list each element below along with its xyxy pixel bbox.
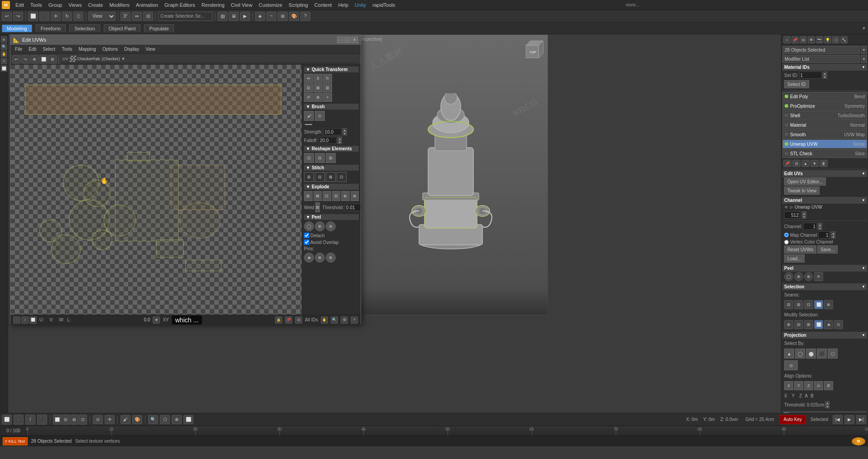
uv-menu-file[interactable]: File — [12, 46, 25, 52]
uv-menu-display[interactable]: Display — [121, 46, 142, 52]
mod-sel-btn-3[interactable]: ⊞ — [804, 320, 813, 329]
set-id-up[interactable]: ▲ — [823, 72, 827, 75]
uv-menu-select[interactable]: Select — [40, 46, 58, 52]
peel-btn-3[interactable]: ⊗ — [326, 221, 336, 231]
peel-btn-1[interactable]: ◯ — [304, 221, 314, 231]
align-z-btn[interactable]: Z — [804, 381, 813, 390]
move-down-btn[interactable]: ▼ — [810, 160, 819, 167]
peel-mod-btn-1[interactable]: ◯ — [784, 272, 793, 281]
reshape-btn-1[interactable]: ⊡ — [304, 153, 314, 163]
falloff-input[interactable] — [318, 137, 337, 144]
proj-extra-btn[interactable]: ⊙ — [784, 360, 798, 370]
mod-camera-btn[interactable]: 📷 — [816, 36, 823, 43]
pins-btn-1[interactable]: ◈ — [304, 253, 314, 263]
menu-rendering[interactable]: Rendering — [199, 1, 227, 9]
uv-face-mode[interactable]: ⬜ — [29, 316, 37, 324]
stack-edit-poly[interactable]: Edit Poly Bend — [782, 92, 867, 101]
channel-title[interactable]: Channel ▼ — [782, 197, 867, 204]
map-channel-num-input[interactable] — [818, 231, 829, 239]
help-btn[interactable]: ? — [300, 12, 310, 21]
map-channel-input[interactable] — [803, 223, 817, 230]
uv-pin-icon[interactable]: 📌 — [285, 316, 292, 324]
uv-menu-edit[interactable]: Edit — [26, 46, 39, 52]
explode-btn-4[interactable]: ⊟ — [332, 191, 341, 201]
uv-close-btn[interactable]: ✕ — [352, 37, 358, 43]
uv-help-btn[interactable]: ? — [351, 316, 358, 324]
mn-up-btn[interactable]: ▲ — [831, 231, 835, 235]
ch-down-btn[interactable]: ▼ — [802, 215, 806, 219]
menu-help[interactable]: Help — [335, 1, 351, 9]
brush-paint-btn[interactable]: 🖌 — [304, 111, 314, 121]
falloff-down-btn[interactable]: ▼ — [338, 140, 342, 144]
stitch-btn-2[interactable]: ⊟ — [315, 172, 325, 182]
next-frame-btn[interactable]: ▶| — [856, 415, 866, 424]
tab-selection[interactable]: Selection — [69, 24, 100, 32]
save-btn[interactable]: Save... — [817, 245, 838, 253]
proj-box-btn[interactable]: ⬛ — [817, 349, 827, 359]
uv-edge-mode[interactable]: / — [21, 316, 29, 324]
open-material-editor-btn[interactable]: ◈ — [255, 12, 265, 21]
weld-icon[interactable]: ⊞ — [315, 202, 320, 212]
mod-sel-btn-6[interactable]: ⊙ — [834, 320, 843, 329]
stitch-btn-1[interactable]: ⊞ — [304, 172, 314, 182]
menu-tools[interactable]: Tools — [28, 1, 45, 9]
zoom-all-btn[interactable]: ⊕ — [172, 415, 182, 424]
channel-512-input[interactable] — [784, 211, 800, 219]
move-up-btn[interactable]: ▲ — [801, 160, 810, 167]
channel-eye-icon[interactable]: 👁 — [784, 205, 788, 210]
uv-cursor-icon[interactable]: ✋ — [321, 316, 328, 324]
configure-mod-btn[interactable]: ⊟ — [792, 160, 800, 167]
explode-btn-5[interactable]: ⊕ — [341, 191, 350, 201]
uv-tb-undo[interactable]: ↩ — [12, 55, 20, 63]
wrap-title[interactable]: Wrap ▼ — [782, 411, 867, 413]
select-none-btn[interactable]: ⬜ — [2, 415, 12, 425]
modifier-list-arrow[interactable]: ▼ — [861, 55, 867, 63]
uv-menu-options[interactable]: Options — [100, 46, 121, 52]
curve-editor-btn[interactable]: ~ — [266, 12, 276, 21]
uv-settings-btn[interactable]: ⚙ — [341, 316, 348, 324]
stack-pro-optimize[interactable]: ProOptimize Symmetry — [782, 101, 867, 110]
uv-tb-weld[interactable]: ⊞ — [48, 55, 57, 63]
view-cube[interactable]: TOP — [521, 38, 544, 61]
paint-brush-btn[interactable]: 🖌 — [121, 415, 130, 424]
menu-rapid-tools[interactable]: rapidTools — [370, 1, 398, 9]
single-view-btn[interactable]: ⬜ — [53, 415, 61, 425]
falloff-up-btn[interactable]: ▲ — [338, 137, 342, 140]
select-vertex-btn[interactable]: · — [14, 415, 24, 425]
explode-btn-1[interactable]: ⊞ — [304, 191, 313, 201]
scale-btn[interactable]: ⬡ — [73, 12, 83, 21]
mod-light-btn[interactable]: 💡 — [824, 36, 831, 43]
pins-btn-3[interactable]: ⊗ — [326, 253, 336, 263]
align-y-btn[interactable]: Y — [794, 381, 803, 390]
stack-shell[interactable]: Shell TurboSmooth — [782, 111, 867, 120]
strength-input[interactable] — [323, 128, 342, 135]
play-btn[interactable]: ▶ — [844, 415, 854, 424]
timeline-inner[interactable]: 0 10 20 30 40 50 60 70 80 90 100 — [27, 426, 868, 435]
modifier-list-dropdown[interactable]: Modifier List — [782, 55, 860, 63]
quad-view-btn[interactable]: ⊞ — [70, 415, 78, 425]
render-btn[interactable]: ▶ — [240, 12, 250, 21]
menu-group[interactable]: Group — [46, 1, 65, 9]
projection-title[interactable]: Projection ▼ — [782, 332, 867, 339]
align-btn[interactable]: ⊟ — [143, 12, 153, 21]
peel-mod-title[interactable]: Peel ▼ — [782, 265, 867, 272]
qx-extra-btn[interactable]: + — [323, 93, 332, 102]
map-channel-radio[interactable] — [784, 233, 789, 237]
peel-mod-btn-2[interactable]: ⊕ — [794, 272, 803, 281]
strength-down-btn[interactable]: ▼ — [342, 132, 347, 135]
qx-rotate-btn[interactable]: ↻ — [323, 74, 332, 83]
mc-up-btn[interactable]: ▲ — [818, 223, 822, 226]
avoid-overlap-checkbox[interactable] — [304, 239, 309, 245]
qx-rotate90-btn[interactable]: ↺ — [304, 93, 313, 102]
seam-btn-1[interactable]: ⊟ — [784, 300, 793, 309]
menu-unity[interactable]: Unity — [352, 1, 369, 9]
uv-menu-tools[interactable]: Tools — [59, 46, 75, 52]
select-face-btn[interactable]: ⬛ — [37, 415, 47, 425]
thresh-down-btn[interactable]: ▼ — [825, 405, 829, 408]
mod-sel-btn-1[interactable]: ⊕ — [784, 320, 793, 329]
prev-frame-btn[interactable]: |◀ — [833, 415, 843, 424]
peel-mod-btn-3[interactable]: ⊗ — [804, 272, 813, 281]
pins-btn-2[interactable]: ⊕ — [315, 253, 325, 263]
menu-scripting[interactable]: Scripting — [286, 1, 311, 9]
uv-title-bar[interactable]: 📐 Edit UVWs ─ □ ✕ — [10, 35, 361, 45]
